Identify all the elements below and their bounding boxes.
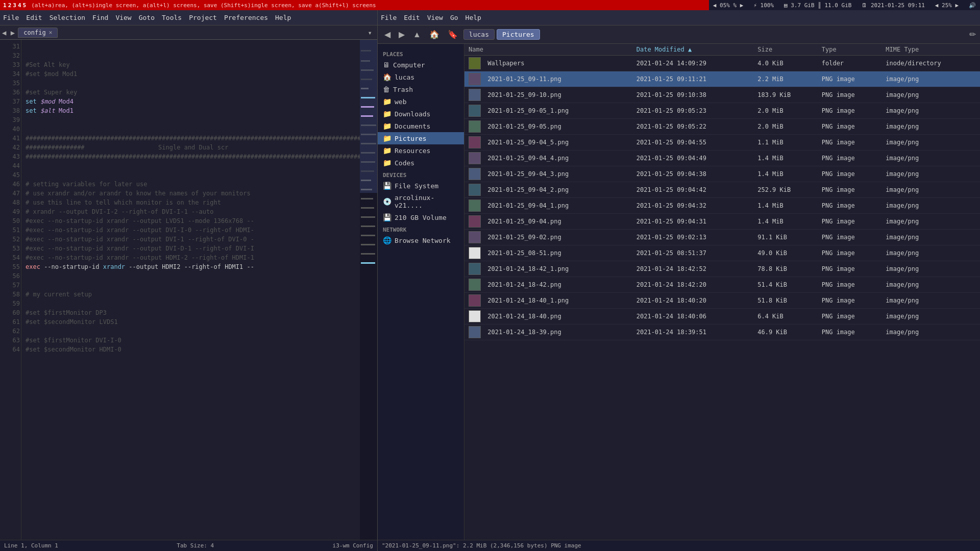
file-type-cell: PNG image (818, 214, 882, 230)
file-date-cell: 2021-01-24 14:09:29 (632, 56, 753, 71)
table-row[interactable]: 2021-01-25_09-04_4.png 2021-01-25 09:04:… (464, 151, 980, 166)
menu-find[interactable]: Find (92, 14, 108, 21)
sidebar-item-documents[interactable]: 📁 Documents (378, 120, 464, 132)
fm-menu-edit[interactable]: Edit (404, 14, 420, 21)
menu-goto[interactable]: Goto (139, 14, 155, 21)
file-name-cell: 2021-01-25_09-04_1.png (464, 198, 632, 214)
file-thumbnail (469, 215, 481, 228)
col-name[interactable]: Name (464, 44, 632, 56)
tab-2[interactable]: 2 (8, 2, 12, 9)
fm-forward-button[interactable]: ▶ (396, 29, 407, 40)
tab-3[interactable]: 3 (13, 2, 16, 9)
menu-selection[interactable]: Selection (50, 14, 85, 21)
menu-preferences[interactable]: Preferences (224, 14, 268, 21)
battery: ⚡ 100% (753, 2, 774, 9)
col-type[interactable]: Type (818, 44, 882, 56)
file-name: 2021-01-25_09-10.png (487, 91, 561, 98)
breadcrumb-pictures[interactable]: Pictures (497, 29, 540, 40)
col-size[interactable]: Size (753, 44, 818, 56)
col-date[interactable]: Date Modified ▲ (632, 44, 753, 56)
fm-menu-view[interactable]: View (427, 14, 443, 21)
table-row[interactable]: 2021-01-25_09-04_5.png 2021-01-25 09:04:… (464, 135, 980, 151)
table-row[interactable]: 2021-01-25_09-05.png 2021-01-25 09:05:22… (464, 119, 980, 135)
table-row[interactable]: 2021-01-25_09-05_1.png 2021-01-25 09:05:… (464, 103, 980, 119)
sidebar-item-filesystem[interactable]: 💾 File System (378, 180, 464, 192)
file-thumbnail (469, 73, 481, 85)
menu-file[interactable]: File (3, 14, 19, 21)
table-row[interactable]: Wallpapers 2021-01-24 14:09:29 4.0 KiB f… (464, 56, 980, 71)
tab-4[interactable]: 4 (18, 2, 21, 9)
sidebar-item-lucas[interactable]: 🏠 lucas (378, 71, 464, 83)
fm-menu-go[interactable]: Go (450, 14, 458, 21)
panel-collapse-button[interactable]: ▾ (365, 29, 375, 37)
file-name: 2021-01-24_18-42.png (487, 281, 561, 288)
sidebar-item-computer[interactable]: 🖥 Computer (378, 59, 464, 71)
sidebar-item-volume[interactable]: 💾 210 GB Volume (378, 211, 464, 223)
tab-1[interactable]: 1 (3, 2, 7, 9)
volume-icon: 💾 (383, 213, 391, 221)
fm-menu-file[interactable]: File (381, 14, 397, 21)
tab-nav-arrows[interactable]: ◀ ▶ (2, 29, 15, 37)
tab-5[interactable]: 5 (23, 2, 27, 9)
table-row[interactable]: 2021-01-25_09-02.png 2021-01-25 09:02:13… (464, 230, 980, 245)
code-area[interactable]: #Set Alt key #set $mod Mod1 #set Super k… (21, 40, 360, 540)
fm-bookmark-button[interactable]: 🔖 (445, 29, 460, 40)
fm-up-button[interactable]: ▲ (410, 29, 424, 40)
sidebar-item-pictures[interactable]: 📁 Pictures (378, 132, 464, 144)
fm-table: Name Date Modified ▲ Size Type MIME Type… (464, 44, 980, 340)
fm-edit-path-button[interactable]: ✏ (969, 30, 976, 39)
file-thumbnail (469, 263, 481, 275)
tab-close-button[interactable]: ✕ (49, 29, 53, 36)
table-row[interactable]: 2021-01-24_18-40_1.png 2021-01-24 18:40:… (464, 293, 980, 309)
fm-menu-help[interactable]: Help (465, 14, 481, 21)
breadcrumb-user[interactable]: lucas (463, 29, 495, 40)
file-name: Wallpapers (487, 60, 524, 67)
fm-back-button[interactable]: ◀ (382, 29, 393, 40)
table-row[interactable]: 2021-01-25_09-11.png 2021-01-25 09:11:21… (464, 71, 980, 87)
col-mime[interactable]: MIME Type (881, 44, 980, 56)
file-size-cell: 1.4 MiB (753, 214, 818, 230)
brightness: ◀ 25% ▶ (935, 2, 959, 9)
sidebar-item-web[interactable]: 📁 web (378, 95, 464, 108)
menu-project[interactable]: Project (189, 14, 217, 21)
file-name: 2021-01-25_08-51.png (487, 249, 561, 257)
file-date-cell: 2021-01-25 09:04:49 (632, 151, 753, 166)
table-row[interactable]: 2021-01-25_09-04.png 2021-01-25 09:04:31… (464, 214, 980, 230)
sidebar-item-arcolinux[interactable]: 💿 arcolinux-v21.... (378, 192, 464, 211)
table-row[interactable]: 2021-01-25_08-51.png 2021-01-25 08:51:37… (464, 245, 980, 261)
sidebar-item-resources[interactable]: 📁 Resources (378, 144, 464, 157)
file-name: 2021-01-25_09-05.png (487, 123, 561, 130)
datetime: 🗓 2021-01-25 09:11 (862, 2, 925, 9)
table-row[interactable]: 2021-01-25_09-04_1.png 2021-01-25 09:04:… (464, 198, 980, 214)
file-name: 2021-01-24_18-42_1.png (487, 265, 569, 272)
memory: ▤ 3.7 GiB ║ 11.0 GiB (784, 2, 851, 9)
menu-view[interactable]: View (115, 14, 131, 21)
sidebar-item-trash[interactable]: 🗑 Trash (378, 83, 464, 95)
menu-tools[interactable]: Tools (162, 14, 182, 21)
file-mime-cell: image/png (881, 166, 980, 182)
file-type-cell: PNG image (818, 119, 882, 135)
file-type-cell: PNG image (818, 135, 882, 151)
file-size-cell: 78.8 KiB (753, 261, 818, 277)
fm-filelist: Name Date Modified ▲ Size Type MIME Type… (464, 44, 980, 540)
table-row[interactable]: 2021-01-25_09-04_2.png 2021-01-25 09:04:… (464, 182, 980, 198)
menu-edit[interactable]: Edit (26, 14, 42, 21)
fm-home-button[interactable]: 🏠 (427, 29, 442, 40)
table-row[interactable]: 2021-01-24_18-42_1.png 2021-01-24 18:42:… (464, 261, 980, 277)
table-row[interactable]: 2021-01-25_09-04_3.png 2021-01-25 09:04:… (464, 166, 980, 182)
file-type-cell: PNG image (818, 309, 882, 324)
table-row[interactable]: 2021-01-24_18-42.png 2021-01-24 18:42:20… (464, 277, 980, 293)
editor-tab-config[interactable]: config ✕ (18, 28, 58, 38)
sidebar-item-browse-network[interactable]: 🌐 Browse Network (378, 234, 464, 246)
file-name-cell: 2021-01-24_18-40.png (464, 309, 632, 324)
file-name: 2021-01-24_18-39.png (487, 329, 561, 336)
file-type-cell: PNG image (818, 245, 882, 261)
sidebar-item-codes[interactable]: 📁 Codes (378, 157, 464, 169)
file-mime-cell: image/png (881, 293, 980, 309)
table-row[interactable]: 2021-01-24_18-40.png 2021-01-24 18:40:06… (464, 309, 980, 324)
sidebar-item-downloads[interactable]: 📁 Downloads (378, 108, 464, 120)
table-row[interactable]: 2021-01-25_09-10.png 2021-01-25 09:10:38… (464, 87, 980, 103)
file-size-cell: 1.1 MiB (753, 135, 818, 151)
menu-help[interactable]: Help (275, 14, 291, 21)
table-row[interactable]: 2021-01-24_18-39.png 2021-01-24 18:39:51… (464, 324, 980, 340)
